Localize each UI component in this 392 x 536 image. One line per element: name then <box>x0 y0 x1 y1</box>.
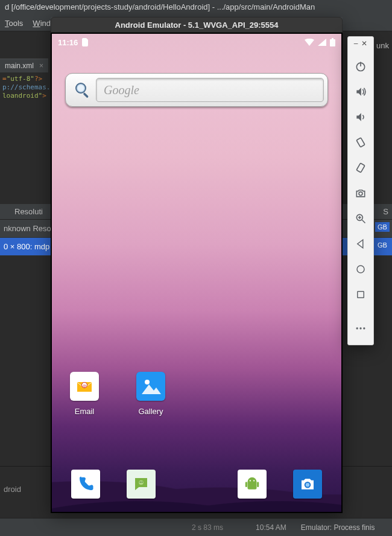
close-button[interactable]: ✕ <box>361 39 367 48</box>
dock-messages[interactable] <box>127 470 156 499</box>
rotate-right-button[interactable] <box>347 155 374 180</box>
svg-rect-2 <box>83 92 89 98</box>
svg-point-5 <box>145 380 150 384</box>
back-button[interactable] <box>347 231 374 257</box>
gallery-icon <box>136 372 165 401</box>
messages-icon <box>127 470 156 499</box>
svg-rect-18 <box>356 163 365 173</box>
battery-icon <box>330 38 335 46</box>
clock: 11:16 <box>58 38 78 47</box>
ide-titlebar: d [/office/development/projects-study/an… <box>0 0 392 17</box>
app-label: Email <box>64 407 105 416</box>
panel-tab-resolution[interactable]: Resoluti <box>14 207 43 216</box>
home-button[interactable] <box>347 257 374 282</box>
svg-point-7 <box>140 482 141 483</box>
status-message: Emulator: Process finis <box>301 523 375 532</box>
power-button[interactable] <box>347 54 374 79</box>
svg-rect-25 <box>358 292 364 298</box>
app-email[interactable]: @ Email <box>64 372 105 416</box>
more-button[interactable] <box>347 316 374 341</box>
svg-point-14 <box>306 483 310 487</box>
rotate-left-button[interactable] <box>347 130 374 155</box>
dock-camera[interactable] <box>293 470 322 499</box>
svg-point-27 <box>359 327 361 329</box>
svg-line-21 <box>362 220 365 223</box>
device-screen[interactable]: 11:16 <box>52 34 341 512</box>
build-time: 2 s 83 ms <box>192 523 223 532</box>
svg-point-6 <box>139 480 144 485</box>
svg-rect-9 <box>245 482 247 487</box>
svg-point-12 <box>253 480 254 481</box>
editor-tab-label: main.xml <box>5 62 34 70</box>
truncated-text: unk <box>374 39 391 53</box>
svg-point-8 <box>142 482 143 483</box>
emulator-window: Android Emulator - 5.1_WVGA_API_29:5554 … <box>51 17 343 513</box>
overview-button[interactable] <box>347 282 374 307</box>
android-icon <box>238 470 267 499</box>
ide-statusbar: 2 s 83 ms 10:54 AM Emulator: Process fin… <box>0 518 392 536</box>
app-gallery[interactable]: Gallery <box>130 372 171 416</box>
volume-up-button[interactable] <box>347 79 374 104</box>
size-badge: GB <box>375 222 390 232</box>
dock-phone[interactable] <box>71 470 100 499</box>
emulator-titlebar[interactable]: Android Emulator - 5.1_WVGA_API_29:5554 <box>51 17 343 33</box>
android-statusbar: 11:16 <box>52 34 341 51</box>
close-icon[interactable]: × <box>39 62 43 70</box>
editor-tab-main-xml[interactable]: main.xml × <box>0 59 48 72</box>
svg-point-28 <box>363 327 365 329</box>
phone-icon <box>71 470 100 499</box>
svg-rect-10 <box>257 482 259 487</box>
svg-point-1 <box>78 85 84 92</box>
screenshot-button[interactable] <box>347 180 374 206</box>
email-icon: @ <box>70 372 99 401</box>
app-label: Gallery <box>130 407 171 416</box>
dock <box>52 464 341 505</box>
signal-icon <box>318 39 326 46</box>
volume-down-button[interactable] <box>347 104 374 130</box>
svg-text:@: @ <box>83 384 86 388</box>
log-timestamp: 10:54 AM <box>256 523 286 532</box>
svg-rect-17 <box>356 138 365 147</box>
panel-tab-right[interactable]: S <box>383 204 388 220</box>
zoom-button[interactable] <box>347 206 374 231</box>
emulator-toolbar: – ✕ <box>347 36 374 345</box>
svg-point-24 <box>357 266 364 273</box>
sim-card-icon <box>81 38 89 46</box>
dock-spacer <box>182 470 211 499</box>
svg-point-11 <box>250 480 251 481</box>
search-input[interactable] <box>96 78 324 102</box>
size-badge: GB <box>375 240 390 250</box>
minimize-button[interactable]: – <box>354 39 358 48</box>
svg-point-19 <box>359 192 362 196</box>
menu-tools[interactable]: Tools <box>5 19 23 29</box>
svg-point-26 <box>356 327 358 329</box>
code-editor[interactable]: ="utf-8"?> p://schemas. loandroid"> <box>0 72 54 103</box>
camera-icon <box>293 470 322 499</box>
home-apps-row: @ Email Gallery <box>64 372 171 416</box>
google-search-widget[interactable] <box>65 73 328 107</box>
search-icon[interactable] <box>69 77 96 103</box>
wifi-icon <box>305 39 314 46</box>
dock-android[interactable] <box>238 470 267 499</box>
